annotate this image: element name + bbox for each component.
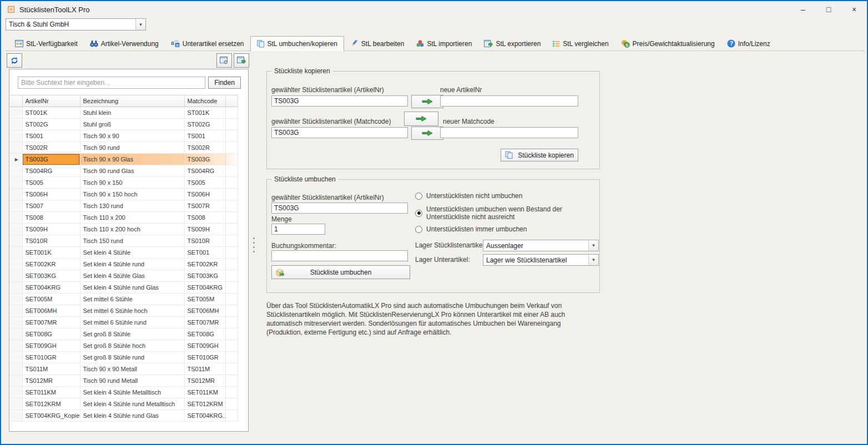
table-cell[interactable] <box>225 352 238 363</box>
table-cell[interactable]: Set klein 4 Stühle rund Glas <box>80 282 184 294</box>
table-cell[interactable]: SET012KRM <box>184 398 225 410</box>
table-cell[interactable]: Set mittel 6 Stühle <box>80 294 184 305</box>
row-indicator-cell[interactable] <box>10 410 22 422</box>
radio-circle-icon[interactable] <box>415 226 422 233</box>
row-indicator-cell[interactable] <box>10 340 22 352</box>
table-cell[interactable]: SET001 <box>184 247 225 259</box>
table-cell[interactable] <box>225 119 238 130</box>
table-cell[interactable]: TS004RG <box>184 165 225 177</box>
row-indicator-cell[interactable] <box>10 165 22 177</box>
table-row[interactable]: SET004KRG_KopieSet klein 4 Stühle rund G… <box>10 410 238 422</box>
table-cell[interactable]: Set klein 4 Stühle Glas <box>80 270 184 282</box>
table-cell[interactable]: TS006H <box>184 189 225 200</box>
table-row[interactable]: SET007MRSet mittel 6 Stühle rundSET007MR <box>10 317 238 328</box>
table-row[interactable]: ▶TS003GTisch 90 x 90 GlasTS003G <box>10 154 238 165</box>
table-cell[interactable]: Stuhl klein <box>80 107 184 119</box>
column-header-artikelnr[interactable]: ArtikelNr <box>22 95 80 107</box>
tab-info-lizenz[interactable]: ?Info/Lizenz <box>721 37 776 50</box>
table-cell[interactable]: SET011KM <box>22 387 80 398</box>
table-cell[interactable]: SET005M <box>184 294 225 305</box>
tab-preis-gewichtaktualisierung[interactable]: €$Preis/Gewichtaktualisierung <box>615 37 721 50</box>
rebook-artikelnr-field[interactable] <box>271 203 408 214</box>
chevron-down-icon[interactable]: ▼ <box>588 240 598 251</box>
minimize-button[interactable]: – <box>790 1 816 18</box>
table-cell[interactable]: SET008G <box>22 328 80 340</box>
table-cell[interactable] <box>225 259 238 270</box>
tab-stl-exportieren[interactable]: StL exportieren <box>478 37 547 50</box>
table-row[interactable]: ST001KStuhl kleinST001K <box>10 107 238 119</box>
table-row[interactable]: SET004KRGSet klein 4 Stühle rund GlasSET… <box>10 282 238 294</box>
table-cell[interactable]: SET009GH <box>22 340 80 352</box>
tab-stl-bearbeiten[interactable]: StL bearbeiten <box>344 37 411 50</box>
table-cell[interactable]: TS012MR <box>184 375 225 387</box>
row-indicator-cell[interactable] <box>10 177 22 189</box>
row-indicator-cell[interactable] <box>10 305 22 317</box>
table-cell[interactable]: TS003G <box>22 154 80 165</box>
table-cell[interactable] <box>225 375 238 387</box>
table-cell[interactable]: TS009H <box>22 224 80 235</box>
copy-artikelnr-arrow-button[interactable] <box>411 95 443 108</box>
tab-stl-verfügbarkeit[interactable]: StL-Verfügbarkeit <box>9 37 84 50</box>
table-cell[interactable] <box>225 398 238 410</box>
table-cell[interactable] <box>225 305 238 317</box>
table-cell[interactable] <box>225 270 238 282</box>
table-row[interactable]: TS008Tisch 110 x 200TS008 <box>10 212 238 224</box>
table-cell[interactable]: SET004KRG <box>184 282 225 294</box>
row-indicator-cell[interactable] <box>10 270 22 282</box>
table-cell[interactable] <box>225 235 238 247</box>
table-cell[interactable] <box>225 247 238 259</box>
table-cell[interactable] <box>225 224 238 235</box>
radio-circle-icon[interactable] <box>415 193 422 200</box>
table-cell[interactable]: TS004RG <box>22 165 80 177</box>
company-select[interactable]: Tisch & Stuhl GmbH ▼ <box>6 18 146 31</box>
chevron-down-icon[interactable]: ▼ <box>135 19 145 30</box>
panel-splitter[interactable] <box>252 237 255 262</box>
row-indicator-cell[interactable] <box>10 142 22 154</box>
table-cell[interactable]: ST001K <box>22 107 80 119</box>
table-cell[interactable]: Set klein 4 Stühle rund <box>80 259 184 270</box>
table-cell[interactable] <box>225 177 238 189</box>
table-cell[interactable]: ST002G <box>22 119 80 130</box>
table-cell[interactable] <box>225 282 238 294</box>
tab-stl-umbuchen-kopieren[interactable]: StL umbuchen/kopieren <box>250 36 344 51</box>
table-cell[interactable]: ST001K <box>184 107 225 119</box>
table-row[interactable]: TS004RGTisch 90 rund GlasTS004RG <box>10 165 238 177</box>
table-cell[interactable]: SET005M <box>22 294 80 305</box>
table-cell[interactable]: SET007MR <box>22 317 80 328</box>
table-cell[interactable] <box>225 200 238 212</box>
table-cell[interactable]: TS006H <box>22 189 80 200</box>
tab-stl-importieren[interactable]: StL importieren <box>410 37 478 50</box>
table-cell[interactable]: Tisch 110 x 200 <box>80 212 184 224</box>
table-row[interactable]: SET001KSet klein 4 StühleSET001 <box>10 247 238 259</box>
table-cell[interactable] <box>225 165 238 177</box>
table-cell[interactable]: TS002R <box>184 142 225 154</box>
table-cell[interactable]: Tisch 90 x 90 Glas <box>80 154 184 165</box>
table-row[interactable]: TS011MTisch 90 x 90 MetallTS011M <box>10 363 238 375</box>
table-cell[interactable]: ST002G <box>184 119 225 130</box>
table-cell[interactable] <box>225 142 238 154</box>
row-indicator-cell[interactable] <box>10 189 22 200</box>
tab-stl-vergleichen[interactable]: StL vergleichen <box>547 37 614 50</box>
table-row[interactable]: SET009GHSet groß 8 Stühle hochSET009GH <box>10 340 238 352</box>
row-indicator-cell[interactable] <box>10 317 22 328</box>
grid-export-button[interactable] <box>234 53 249 68</box>
table-cell[interactable]: TS012MR <box>22 375 80 387</box>
row-indicator-cell[interactable] <box>10 247 22 259</box>
table-row[interactable]: ST002GStuhl großST002G <box>10 119 238 130</box>
column-header-bezeichnung[interactable]: Bezeichnung <box>80 95 184 107</box>
kommentar-field[interactable] <box>271 250 408 261</box>
table-row[interactable]: SET005MSet mittel 6 StühleSET005M <box>10 294 238 305</box>
table-cell[interactable] <box>225 410 238 422</box>
table-cell[interactable]: Tisch 130 rund <box>80 200 184 212</box>
copy-both-arrow-button[interactable] <box>404 112 438 126</box>
table-cell[interactable]: TS011M <box>22 363 80 375</box>
table-cell[interactable]: TS008 <box>184 212 225 224</box>
table-cell[interactable]: SET006MH <box>184 305 225 317</box>
table-row[interactable]: TS001Tisch 90 x 90TS001 <box>10 130 238 142</box>
table-cell[interactable]: TS009H <box>184 224 225 235</box>
table-cell[interactable]: TS011M <box>184 363 225 375</box>
table-cell[interactable]: SET007MR <box>184 317 225 328</box>
copy-bom-button[interactable]: Stückliste kopieren <box>501 149 578 161</box>
table-cell[interactable]: Set mittel 6 Stühle hoch <box>80 305 184 317</box>
table-cell[interactable] <box>225 328 238 340</box>
